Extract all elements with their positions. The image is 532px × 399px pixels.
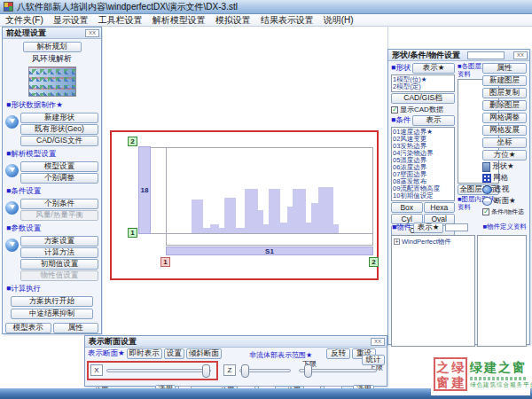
layer-action-button[interactable]: 新建图层 <box>482 75 527 86</box>
shape-create-button[interactable]: 既有形状(Geo) <box>20 124 98 135</box>
grid-icon <box>482 174 491 183</box>
menu-item[interactable]: 解析模型设置 <box>153 14 206 27</box>
view-grid[interactable]: 网格 <box>482 173 527 184</box>
seal-character: 绿 <box>450 359 466 374</box>
condition-object-checkbox-row[interactable]: 条件/物件选 <box>482 207 527 216</box>
condition-button[interactable]: 个别条件 <box>20 199 98 209</box>
shape-list-item[interactable]: 2模型(定) <box>393 83 453 90</box>
panel-search-field[interactable] <box>467 51 505 59</box>
marker-bottom[interactable]: 1 <box>128 228 137 238</box>
statistics-button[interactable]: 统计 <box>362 355 385 365</box>
skyline-silhouette <box>192 186 351 233</box>
layer-action-button[interactable]: 删除图层 <box>482 100 527 111</box>
building-shape <box>280 223 287 233</box>
run-button[interactable]: 方案执行开始 <box>11 296 93 307</box>
collapse-button[interactable]: XX <box>371 338 385 346</box>
building-shape <box>203 228 210 233</box>
axis-z-combo[interactable]: Z <box>223 364 236 376</box>
axis-x-combo[interactable]: X <box>90 364 103 376</box>
marker-left[interactable]: 1 <box>160 257 170 267</box>
tree-expander-icon[interactable]: + <box>394 239 400 245</box>
menu-item[interactable]: 文件夹(F) <box>5 14 43 27</box>
building-shape <box>245 189 258 233</box>
blue-sphere-icon <box>5 239 19 252</box>
layer-action-button[interactable]: 方位★ <box>482 150 527 160</box>
preprocess-panel: 前处理设置 XX 解析规划 风环境解析 ■形状数据制作★ 新建形状既有形状(Ge… <box>2 27 102 334</box>
section-label-model: ■解析模型设置 <box>6 149 98 160</box>
building-shape <box>311 203 318 233</box>
x-position-slider[interactable] <box>106 369 211 372</box>
vertical-section-bar[interactable]: 18 <box>138 146 151 234</box>
view-perspective[interactable]: 透视 <box>482 184 527 195</box>
object-show-button[interactable]: 表示★ <box>413 223 443 233</box>
view-shape[interactable]: 形状★ <box>482 161 527 172</box>
object-def-label: ■物件定义资料 <box>482 223 527 231</box>
layer-action-button[interactable]: 图层复制 <box>482 88 527 98</box>
layer-action-button[interactable]: 网格发展 <box>482 125 527 136</box>
param-button[interactable]: 计算方法 <box>20 247 98 258</box>
invert-button[interactable]: 反转 <box>326 348 350 359</box>
view-tab[interactable]: 模型表示 <box>5 323 51 333</box>
menu-item[interactable]: 工具栏设置 <box>98 14 143 27</box>
model-setting-button[interactable]: 个别调整 <box>20 173 98 184</box>
condition-list-item[interactable]: 10初期值设定 <box>393 192 453 200</box>
shape-show-button[interactable]: 表示★ <box>412 63 455 74</box>
section-option-button[interactable]: 即时表示 <box>127 348 162 359</box>
x-slider-thumb[interactable] <box>202 364 210 378</box>
logo-name: 绿建之窗 <box>470 360 528 376</box>
menu-item[interactable]: 显示设置 <box>53 14 89 27</box>
menu-bar: 文件夹(F)显示设置工具栏设置解析模型设置模拟设置结果表示设置说明(H) <box>0 14 532 27</box>
seal-character: 窗 <box>435 374 450 389</box>
bottom-panel-header: 表示断面设置 XX <box>85 336 387 348</box>
view-section[interactable]: 断面★ <box>482 196 527 207</box>
analysis-plan-button[interactable]: 解析规划 <box>23 42 82 52</box>
active-slider-highlight: X <box>87 361 218 380</box>
object-tree[interactable]: +WindPerfect物件 <box>391 235 475 347</box>
horizontal-section-bar[interactable]: S1 <box>166 246 373 255</box>
condition-button-disabled: 风量/热量平衡 <box>20 210 98 221</box>
map-thumbnail[interactable] <box>28 66 76 97</box>
primitive-button[interactable]: Box <box>391 202 423 213</box>
range-slider-thumb[interactable] <box>304 364 312 378</box>
drawing-canvas[interactable]: 18 S1 2 1 1 2 <box>103 27 387 335</box>
param-button[interactable]: 初期值设置 <box>20 259 98 270</box>
view-section-label: 断面★ <box>494 196 516 207</box>
checkbox-checked-icon[interactable] <box>482 208 489 215</box>
section-option-button[interactable]: 设置 <box>164 348 184 359</box>
layer-action-button[interactable]: 网格调整 <box>482 113 527 123</box>
condition-object-label: 条件/物件选 <box>491 207 524 216</box>
range-slider[interactable] <box>299 369 377 372</box>
menu-item[interactable]: 说明(H) <box>324 14 354 27</box>
cad-gis-file-button[interactable]: CAD/GIS档 <box>391 93 455 104</box>
view-shape-label: 形状★ <box>492 161 514 172</box>
param-button[interactable]: 方案设置 <box>20 236 98 246</box>
layer-action-button[interactable]: 属性 <box>482 63 527 74</box>
z-slider-thumb[interactable] <box>241 364 249 378</box>
run-button[interactable]: 中途结果抑制 <box>11 309 93 319</box>
primitive-button[interactable]: Hexa <box>424 202 456 213</box>
blue-sphere-icon <box>5 115 19 129</box>
client-area: 前处理设置 XX 解析规划 风环境解析 ■形状数据制作★ 新建形状既有形状(Ge… <box>0 27 532 388</box>
preprocess-panel-header: 前处理设置 XX <box>3 27 101 39</box>
shape-create-button[interactable]: 新建形状 <box>20 113 98 123</box>
layer-action-button[interactable]: 坐标 <box>482 137 527 148</box>
view-tab[interactable]: 属性 <box>53 323 99 333</box>
selection-red-frame: 18 S1 2 1 1 2 <box>110 130 379 280</box>
shape-create-button[interactable]: CAD/GIS文件 <box>20 136 98 146</box>
object-tree-item[interactable]: WindPerfect物件 <box>402 238 451 246</box>
marker-right[interactable]: 2 <box>369 257 379 267</box>
checkbox-checked-icon[interactable] <box>391 106 398 113</box>
menu-item[interactable]: 模拟设置 <box>215 14 251 27</box>
section-option-button[interactable]: 倾斜断面 <box>186 348 222 359</box>
shape-condition-object-panel: 形状/条件/物件设置 XX ■形状 表示★ 1模型(位)★2模型(定) CAD/… <box>387 49 530 345</box>
z-position-slider[interactable] <box>239 369 291 372</box>
marker-top[interactable]: 2 <box>128 137 137 146</box>
object-definition-box[interactable] <box>477 235 527 347</box>
menu-item[interactable]: 结果表示设置 <box>261 14 314 27</box>
model-setting-button[interactable]: 模型设置 <box>20 161 98 172</box>
collapse-button[interactable]: XX <box>513 51 528 59</box>
collapse-button[interactable]: XX <box>85 29 99 37</box>
condition-show-button[interactable]: 表示 <box>412 115 455 126</box>
show-cad-checkbox-row[interactable]: 显示CAD数据 <box>391 105 455 114</box>
object-filter-field[interactable] <box>445 223 468 231</box>
